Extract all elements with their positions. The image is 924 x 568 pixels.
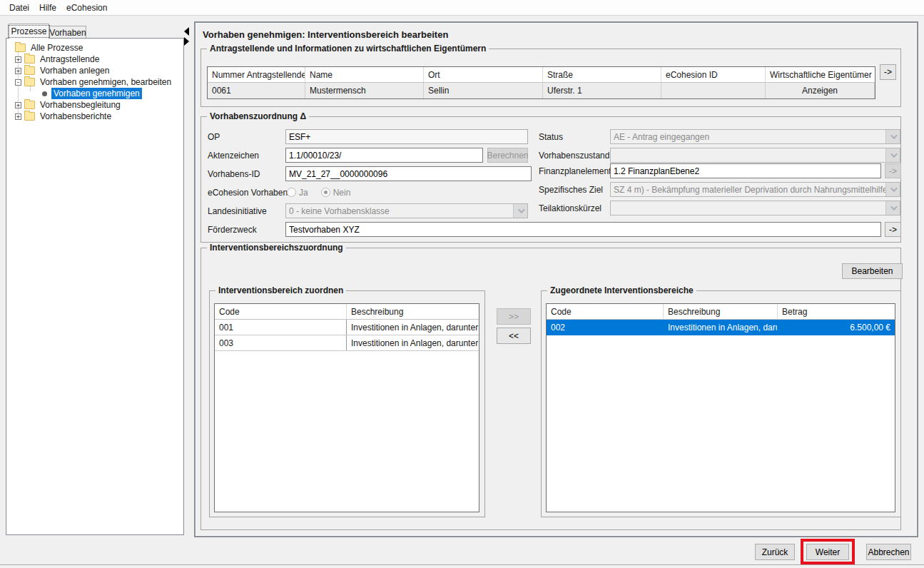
applicants-legend: Antragstellende und Informationen zu wir… xyxy=(207,44,489,54)
column-header[interactable]: Beschreibung xyxy=(347,304,479,319)
column-header[interactable]: Code xyxy=(215,304,347,319)
berechnen-button[interactable]: Berechnen xyxy=(487,148,528,163)
radio-nein[interactable]: Nein xyxy=(321,188,351,198)
splitter-collapse-left-icon[interactable] xyxy=(184,27,189,36)
landesinitiative-value: 0 - keine Vorhabensklasse xyxy=(286,204,513,218)
column-header[interactable]: Ort xyxy=(424,67,543,82)
radio-ja-label: Ja xyxy=(299,188,308,198)
vorhabens-id-field[interactable] xyxy=(285,166,532,181)
radio-ja[interactable]: Ja xyxy=(287,188,308,198)
folder-icon xyxy=(24,55,35,64)
menu-datei[interactable]: Datei xyxy=(4,1,34,14)
splitter-expand-right-icon[interactable] xyxy=(184,37,189,46)
tree-item-vorhaben-genehmigen-bearbeiten[interactable]: - Vorhaben genehmigen, bearbeiten xyxy=(15,76,173,88)
bearbeiten-button[interactable]: Bearbeiten xyxy=(842,263,903,279)
spezifisches-ziel-label: Spezifisches Ziel xyxy=(539,182,603,197)
window-bottom-strip xyxy=(0,565,924,568)
menu-ecohesion[interactable]: eCohesion xyxy=(61,1,112,14)
available-row[interactable]: 003 Investitionen in Anlagen, darunter a… xyxy=(215,335,479,351)
expand-plus-icon[interactable]: + xyxy=(15,68,21,74)
finanzplanelement-field[interactable] xyxy=(610,163,881,178)
spezifisches-ziel-dropdown[interactable]: SZ 4 m) - Bekämpfung materieller Depriva… xyxy=(610,182,900,197)
column-header[interactable]: eCohesion ID xyxy=(661,67,766,82)
tree-item-label: Vorhabensberichte xyxy=(38,111,113,122)
available-legend: Interventionsbereich zuordnen xyxy=(215,285,346,295)
ecohesion-vorhaben-label: eCohesion Vorhaben xyxy=(208,185,288,200)
process-tree: Alle Prozesse + Antragstellende + Vorhab… xyxy=(6,38,184,535)
intervention-legend: Interventionsbereichszuordnung xyxy=(207,243,346,253)
assigned-table: Code Beschreibung Betrag 002 Investition… xyxy=(546,303,895,512)
applicants-arrow-button[interactable]: -> xyxy=(880,64,896,80)
abbrechen-button[interactable]: Abbrechen xyxy=(866,544,911,560)
tree-item-label: Alle Prozesse xyxy=(29,42,85,54)
applicants-table: Nummer Antragstellende Name Ort Straße e… xyxy=(207,66,875,99)
tree-item-vorhaben-anlegen[interactable]: + Vorhaben anlegen xyxy=(15,65,111,76)
assigned-description: Investitionen in Anlagen, darunter xyxy=(664,320,778,335)
status-label: Status xyxy=(539,129,563,144)
remove-left-button[interactable]: << xyxy=(497,328,531,344)
column-header[interactable]: Beschreibung xyxy=(664,304,778,319)
available-code: 003 xyxy=(215,335,347,350)
vorhabenszustand-dropdown[interactable] xyxy=(610,148,900,163)
foerderzweck-arrow-button[interactable]: -> xyxy=(885,222,901,237)
applicant-ort: Sellin xyxy=(424,83,543,98)
anzeigen-button[interactable]: Anzeigen xyxy=(766,83,875,98)
foerderzweck-label: Förderzweck xyxy=(208,222,257,237)
menu-bar: Datei Hilfe eCohesion xyxy=(0,0,924,16)
collapse-minus-icon[interactable]: - xyxy=(15,79,21,86)
folder-icon xyxy=(15,44,26,52)
tree-item-antragstellende[interactable]: + Antragstellende xyxy=(15,54,101,65)
tree-item-vorhabensberichte[interactable]: + Vorhabensberichte xyxy=(15,111,113,122)
assigned-code: 002 xyxy=(547,320,664,335)
column-header[interactable]: Wirtschaftliche Eigentümer xyxy=(766,67,875,82)
status-dropdown[interactable]: AE - Antrag eingegangen xyxy=(610,129,900,144)
chevron-down-icon xyxy=(885,183,900,196)
vorhabens-id-label: Vorhabens-ID xyxy=(208,166,260,181)
tab-vorhaben-label: Vorhaben xyxy=(49,28,86,38)
available-description: Investitionen in Anlagen, darunter auch xyxy=(347,320,479,335)
column-header[interactable]: Betrag xyxy=(778,304,895,319)
available-row[interactable]: 001 Investitionen in Anlagen, darunter a… xyxy=(215,320,479,335)
applicant-row[interactable]: 0061 Mustermensch Sellin Uferstr. 1 Anze… xyxy=(208,83,875,98)
tab-prozesse[interactable]: Prozesse xyxy=(9,24,49,39)
zurueck-button[interactable]: Zurück xyxy=(755,544,795,560)
landesinitiative-dropdown[interactable]: 0 - keine Vorhabensklasse xyxy=(285,203,528,218)
tree-item-label: Vorhabensbegleitung xyxy=(38,99,123,111)
ecohesion-radio-group: Ja Nein xyxy=(287,185,363,200)
expand-plus-icon[interactable]: + xyxy=(15,113,21,120)
available-table: Code Beschreibung 001 Investitionen in A… xyxy=(214,303,479,512)
tree-item-vorhabensbegleitung[interactable]: + Vorhabensbegleitung xyxy=(15,99,123,111)
page-title: Vorhaben genehmigen: Interventionsbereic… xyxy=(203,29,448,40)
tree-item-vorhaben-genehmigen[interactable]: Vorhaben genehmigen xyxy=(42,88,142,99)
assign-right-button[interactable]: >> xyxy=(497,308,531,325)
tree-item-alle-prozesse[interactable]: Alle Prozesse xyxy=(15,42,85,54)
teilaktionskuerzel-label: Teilaktionskürzel xyxy=(539,201,601,215)
spezifisches-ziel-value: SZ 4 m) - Bekämpfung materieller Depriva… xyxy=(611,183,885,196)
assigned-table-header: Code Beschreibung Betrag xyxy=(547,304,895,320)
available-code: 001 xyxy=(215,320,347,335)
column-header[interactable]: Name xyxy=(305,67,424,82)
aktenzeichen-field[interactable] xyxy=(285,148,483,163)
teilaktionskuerzel-dropdown[interactable] xyxy=(610,201,900,215)
landesinitiative-label: Landesinitiative xyxy=(208,203,267,218)
foerderzweck-field[interactable] xyxy=(285,222,881,237)
folder-icon xyxy=(24,112,35,121)
assignment-legend: Vorhabenszuordnung Δ xyxy=(207,111,309,121)
menu-hilfe[interactable]: Hilfe xyxy=(34,1,61,14)
chevron-down-icon xyxy=(885,201,900,215)
op-field[interactable] xyxy=(285,129,528,144)
assigned-row-selected[interactable]: 002 Investitionen in Anlagen, darunter 6… xyxy=(547,320,895,335)
chevron-down-icon xyxy=(885,148,900,162)
teilaktionskuerzel-value xyxy=(611,201,885,215)
column-header[interactable]: Nummer Antragstellende xyxy=(208,67,305,82)
column-header[interactable]: Code xyxy=(547,304,664,319)
radio-checked-icon xyxy=(321,188,330,197)
expand-plus-icon[interactable]: + xyxy=(15,56,21,63)
op-label: OP xyxy=(208,129,220,144)
finanzplanelement-arrow-button[interactable]: -> xyxy=(885,163,901,178)
column-header[interactable]: Straße xyxy=(543,67,661,82)
expand-plus-icon[interactable]: + xyxy=(15,102,21,108)
applicant-name: Mustermensch xyxy=(305,83,424,98)
tree-item-label: Vorhaben genehmigen, bearbeiten xyxy=(38,76,173,88)
applicant-strasse: Uferstr. 1 xyxy=(543,83,661,98)
